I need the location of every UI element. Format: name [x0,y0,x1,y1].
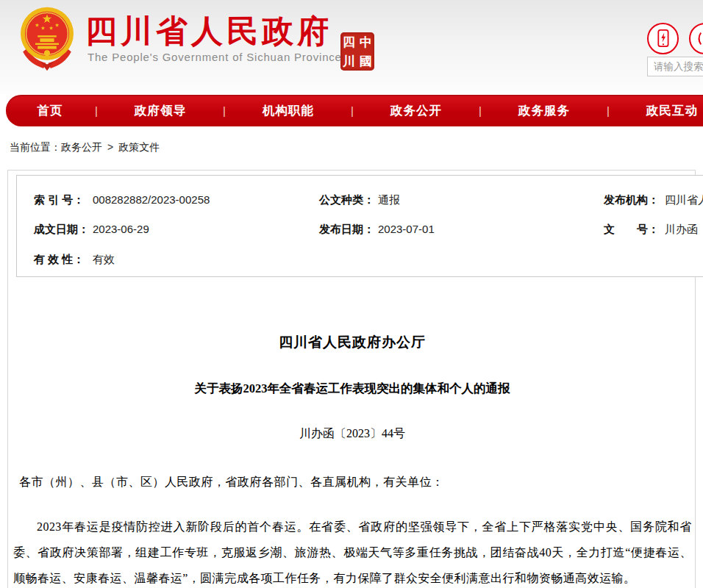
national-emblem [18,6,76,78]
site-header: 四川省人民政府 The People's Government of Sichu… [0,0,703,94]
meta-issuer-value: 四川省人 [665,193,703,207]
search-input[interactable] [648,57,703,76]
meta-index-value: 008282882/2023-00258 [93,193,210,206]
page: 四川省人民政府 The People's Government of Sichu… [0,0,703,588]
meta-validity-value: 有效 [93,253,115,267]
meta-doc-number-value: 川办函〔 [665,223,703,237]
nav-item-public-interaction[interactable]: 政民互动 [610,103,703,119]
breadcrumb-link-policy-docs[interactable]: 政策文件 [118,141,160,153]
meta-issuer-label: 发布机构： [604,193,659,207]
doc-number: 川办函〔2023〕44号 [13,426,691,442]
meta-written-date-value: 2023-06-29 [93,223,149,235]
sichuan-seal: 四 中 川 國 [340,32,374,71]
site-title: 四川省人民政府 [85,10,332,53]
main-nav: 首页 | 政府领导 | 机构职能 | 政务公开 | 政务服务 | 政民互动 [6,95,703,126]
seal-char: 四 [340,32,357,51]
breadcrumb-link-gov-info[interactable]: 政务公开 [61,141,102,153]
meta-validity-label: 有 效 性： [34,253,84,267]
mobile-version-button[interactable] [647,23,679,54]
breadcrumb-prefix: 当前位置： [10,141,61,153]
mobile-phone-icon [649,24,677,53]
doc-title: 关于表扬2023年全省春运工作表现突出的集体和个人的通报 [13,381,691,397]
nav-item-home[interactable]: 首页 [6,103,94,119]
accessibility-button[interactable] [689,23,703,54]
nav-item-gov-leaders[interactable]: 政府领导 [99,103,222,119]
doc-issuing-org: 四川省人民政府办公厅 [13,333,691,352]
national-emblem-icon [18,6,76,78]
site-subtitle: The People's Government of Sichuan Provi… [88,51,342,63]
document-meta-box: 索 引 号： 008282882/2023-00258 公文种类： 通报 发布机… [16,175,703,277]
meta-doc-number-label: 文 号： [604,223,659,237]
meta-index-label: 索 引 号： [34,193,84,207]
breadcrumb-separator: > [107,141,113,153]
meta-written-date-label: 成文日期： [34,223,89,237]
seal-char: 川 [340,51,357,71]
seal-char: 國 [357,51,374,71]
meta-publish-date-label: 发布日期： [319,223,374,237]
ear-icon [690,24,703,53]
seal-char: 中 [357,32,374,51]
doc-salutation: 各市（州）、县（市、区）人民政府，省政府各部门、各直属机构，有关单位： [19,475,444,490]
doc-paragraph: 2023年春运是疫情防控进入新阶段后的首个春运。在省委、省政府的坚强领导下，全省… [13,514,692,588]
nav-item-gov-services[interactable]: 政务服务 [482,103,606,119]
nav-item-org-functions[interactable]: 机构职能 [226,103,350,119]
nav-item-gov-info[interactable]: 政务公开 [354,103,478,119]
site-search [647,57,703,76]
meta-doc-type-value: 通报 [378,193,400,207]
breadcrumb: 当前位置：政务公开>政策文件 [10,141,160,154]
meta-publish-date-value: 2023-07-01 [378,223,435,235]
meta-doc-type-label: 公文种类： [319,193,374,207]
